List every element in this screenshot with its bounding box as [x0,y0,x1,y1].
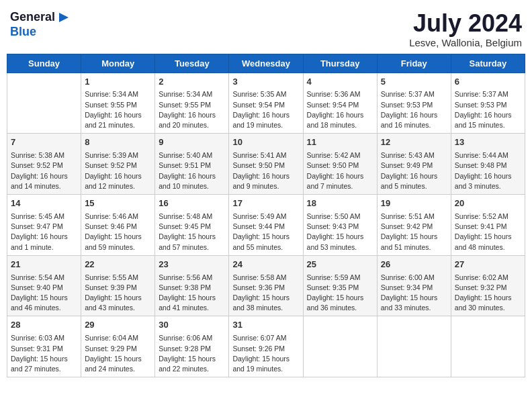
day-number: 4 [307,76,373,89]
day-number: 20 [455,197,521,210]
cell-content: Sunrise: 5:48 AM Sunset: 9:45 PM Dayligh… [159,212,225,253]
cell-content: Sunrise: 5:45 AM Sunset: 9:47 PM Dayligh… [11,212,77,253]
title-block: July 2024 Lesve, Wallonia, Belgium [409,10,522,48]
calendar-cell: 14Sunrise: 5:45 AM Sunset: 9:47 PM Dayli… [7,195,81,256]
day-number: 14 [11,197,77,210]
logo: General Blue [10,10,71,40]
cell-content: Sunrise: 5:43 AM Sunset: 9:49 PM Dayligh… [381,150,447,191]
calendar-cell: 9Sunrise: 5:40 AM Sunset: 9:51 PM Daylig… [155,134,229,195]
calendar-cell: 29Sunrise: 6:04 AM Sunset: 9:29 PM Dayli… [81,316,155,377]
cell-content: Sunrise: 5:58 AM Sunset: 9:36 PM Dayligh… [232,273,299,314]
cell-content: Sunrise: 5:41 AM Sunset: 9:50 PM Dayligh… [232,150,299,191]
day-number: 23 [159,259,225,271]
calendar-cell: 13Sunrise: 5:44 AM Sunset: 9:48 PM Dayli… [451,134,525,195]
logo-blue: Blue [10,25,36,40]
day-number: 8 [85,136,151,149]
calendar-cell: 4Sunrise: 5:36 AM Sunset: 9:54 PM Daylig… [303,73,377,134]
cell-content: Sunrise: 5:34 AM Sunset: 9:55 PM Dayligh… [159,89,225,130]
week-row-5: 28Sunrise: 6:03 AM Sunset: 9:31 PM Dayli… [7,316,525,377]
day-number: 5 [381,76,447,89]
day-number: 16 [159,197,225,210]
cell-content: Sunrise: 6:04 AM Sunset: 9:29 PM Dayligh… [85,333,151,374]
week-row-1: 1Sunrise: 5:34 AM Sunset: 9:55 PM Daylig… [7,73,525,134]
cell-content: Sunrise: 5:37 AM Sunset: 9:53 PM Dayligh… [455,89,521,130]
logo-general: General [10,10,55,25]
day-number: 27 [455,259,521,271]
cell-content: Sunrise: 5:44 AM Sunset: 9:48 PM Dayligh… [455,150,521,191]
svg-marker-0 [59,13,69,22]
calendar-cell: 12Sunrise: 5:43 AM Sunset: 9:49 PM Dayli… [377,134,451,195]
calendar-cell [377,316,451,377]
calendar-cell: 6Sunrise: 5:37 AM Sunset: 9:53 PM Daylig… [451,73,525,134]
header-row: SundayMondayTuesdayWednesdayThursdayFrid… [7,54,525,73]
cell-content: Sunrise: 5:38 AM Sunset: 9:52 PM Dayligh… [11,150,77,191]
calendar-cell: 25Sunrise: 5:59 AM Sunset: 9:35 PM Dayli… [303,255,377,316]
cell-content: Sunrise: 5:51 AM Sunset: 9:42 PM Dayligh… [381,212,447,253]
calendar-cell: 22Sunrise: 5:55 AM Sunset: 9:39 PM Dayli… [81,255,155,316]
day-number: 10 [232,136,299,149]
day-number: 25 [307,259,373,271]
calendar-cell: 11Sunrise: 5:42 AM Sunset: 9:50 PM Dayli… [303,134,377,195]
cell-content: Sunrise: 6:06 AM Sunset: 9:28 PM Dayligh… [159,333,225,374]
column-header-tuesday: Tuesday [155,54,229,73]
calendar-cell [7,73,81,134]
column-header-thursday: Thursday [303,54,377,73]
day-number: 2 [159,76,225,89]
calendar-cell: 8Sunrise: 5:39 AM Sunset: 9:52 PM Daylig… [81,134,155,195]
cell-content: Sunrise: 6:03 AM Sunset: 9:31 PM Dayligh… [11,333,77,374]
column-header-monday: Monday [81,54,155,73]
calendar-cell: 18Sunrise: 5:50 AM Sunset: 9:43 PM Dayli… [303,195,377,256]
calendar-cell: 30Sunrise: 6:06 AM Sunset: 9:28 PM Dayli… [155,316,229,377]
day-number: 17 [232,197,299,210]
cell-content: Sunrise: 5:52 AM Sunset: 9:41 PM Dayligh… [455,212,521,253]
day-number: 18 [307,197,373,210]
day-number: 3 [232,76,299,89]
day-number: 19 [381,197,447,210]
calendar-cell: 21Sunrise: 5:54 AM Sunset: 9:40 PM Dayli… [7,255,81,316]
day-number: 7 [11,136,77,149]
day-number: 13 [455,136,521,149]
cell-content: Sunrise: 5:42 AM Sunset: 9:50 PM Dayligh… [307,150,373,191]
day-number: 26 [381,259,447,271]
week-row-3: 14Sunrise: 5:45 AM Sunset: 9:47 PM Dayli… [7,195,525,256]
cell-content: Sunrise: 5:37 AM Sunset: 9:53 PM Dayligh… [381,89,447,130]
day-number: 31 [232,319,299,332]
calendar-cell: 31Sunrise: 6:07 AM Sunset: 9:26 PM Dayli… [229,316,303,377]
day-number: 9 [159,136,225,149]
cell-content: Sunrise: 5:35 AM Sunset: 9:54 PM Dayligh… [232,89,299,130]
cell-content: Sunrise: 6:00 AM Sunset: 9:34 PM Dayligh… [381,273,447,314]
calendar-cell: 26Sunrise: 6:00 AM Sunset: 9:34 PM Dayli… [377,255,451,316]
calendar-cell: 16Sunrise: 5:48 AM Sunset: 9:45 PM Dayli… [155,195,229,256]
day-number: 28 [11,319,77,332]
calendar-cell: 23Sunrise: 5:56 AM Sunset: 9:38 PM Dayli… [155,255,229,316]
column-header-wednesday: Wednesday [229,54,303,73]
calendar-cell: 15Sunrise: 5:46 AM Sunset: 9:46 PM Dayli… [81,195,155,256]
calendar-cell: 5Sunrise: 5:37 AM Sunset: 9:53 PM Daylig… [377,73,451,134]
calendar-cell [451,316,525,377]
day-number: 6 [455,76,521,89]
day-number: 30 [159,319,225,332]
cell-content: Sunrise: 5:49 AM Sunset: 9:44 PM Dayligh… [232,212,299,253]
calendar-cell: 2Sunrise: 5:34 AM Sunset: 9:55 PM Daylig… [155,73,229,134]
day-number: 22 [85,259,151,271]
page-header: General Blue July 2024 Lesve, Wallonia, … [7,7,525,48]
calendar-cell: 20Sunrise: 5:52 AM Sunset: 9:41 PM Dayli… [451,195,525,256]
cell-content: Sunrise: 5:59 AM Sunset: 9:35 PM Dayligh… [307,273,373,314]
cell-content: Sunrise: 5:40 AM Sunset: 9:51 PM Dayligh… [159,150,225,191]
cell-content: Sunrise: 5:54 AM Sunset: 9:40 PM Dayligh… [11,273,77,314]
month-title: July 2024 [409,10,522,37]
calendar-cell: 10Sunrise: 5:41 AM Sunset: 9:50 PM Dayli… [229,134,303,195]
calendar-cell: 24Sunrise: 5:58 AM Sunset: 9:36 PM Dayli… [229,255,303,316]
week-row-4: 21Sunrise: 5:54 AM Sunset: 9:40 PM Dayli… [7,255,525,316]
day-number: 24 [232,259,299,271]
day-number: 12 [381,136,447,149]
calendar-cell: 3Sunrise: 5:35 AM Sunset: 9:54 PM Daylig… [229,73,303,134]
cell-content: Sunrise: 5:34 AM Sunset: 9:55 PM Dayligh… [85,89,151,130]
day-number: 1 [85,76,151,89]
calendar-cell [303,316,377,377]
cell-content: Sunrise: 5:39 AM Sunset: 9:52 PM Dayligh… [85,150,151,191]
cell-content: Sunrise: 5:56 AM Sunset: 9:38 PM Dayligh… [159,273,225,314]
calendar-cell: 17Sunrise: 5:49 AM Sunset: 9:44 PM Dayli… [229,195,303,256]
cell-content: Sunrise: 5:36 AM Sunset: 9:54 PM Dayligh… [307,89,373,130]
day-number: 15 [85,197,151,210]
